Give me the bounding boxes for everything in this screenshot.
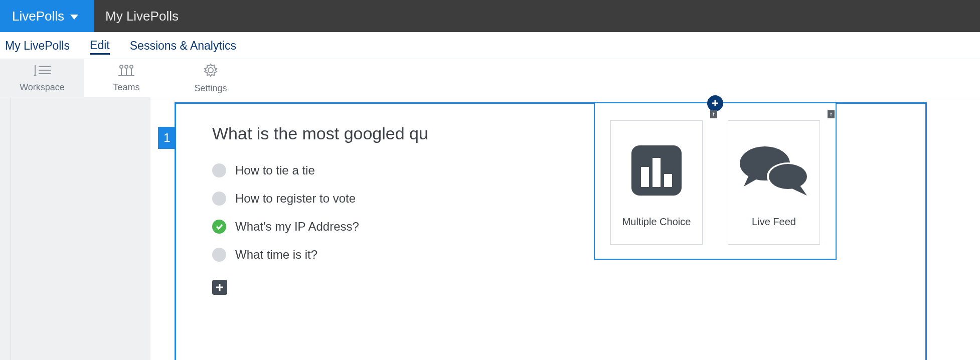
- thumbnail-column: [11, 97, 150, 360]
- corner-tag: t: [828, 110, 835, 118]
- type-card-label: Live Feed: [752, 216, 796, 228]
- workspace: 1 What is the most googled qu How to tie…: [0, 97, 980, 360]
- svg-rect-19: [664, 174, 672, 187]
- toolbar-workspace[interactable]: Workspace: [0, 59, 84, 97]
- svg-point-22: [769, 164, 807, 189]
- type-card-label: Multiple Choice: [622, 216, 691, 228]
- toolbar: Workspace Teams Settings: [0, 59, 980, 97]
- subnav-my-livepolls[interactable]: My LivePolls: [5, 37, 70, 54]
- plus-circle-icon[interactable]: [707, 95, 723, 111]
- svg-rect-17: [641, 167, 649, 187]
- subnav: My LivePolls Edit Sessions & Analytics: [0, 32, 980, 59]
- check-circle-icon[interactable]: [212, 220, 226, 234]
- toolbar-label: Settings: [194, 83, 227, 94]
- corner-tag: t: [710, 110, 717, 118]
- type-card-multiple-choice[interactable]: Multiple Choice: [610, 120, 703, 245]
- radio-icon[interactable]: [212, 163, 226, 177]
- toolbar-label: Teams: [113, 82, 139, 93]
- canvas: 1 What is the most googled qu How to tie…: [150, 97, 980, 360]
- option-text: What time is it?: [235, 248, 317, 262]
- teams-icon: [116, 64, 136, 79]
- toolbar-label: Workspace: [20, 82, 65, 93]
- chat-icon: [734, 138, 814, 203]
- option-text: How to tie a tie: [235, 163, 315, 177]
- header-bar: LivePolls My LivePolls: [0, 0, 980, 32]
- subnav-edit[interactable]: Edit: [90, 37, 110, 55]
- page-title: My LivePolls: [94, 0, 179, 32]
- question-number: 1: [158, 127, 176, 149]
- toolbar-settings[interactable]: Settings: [169, 59, 253, 97]
- subnav-sessions-analytics[interactable]: Sessions & Analytics: [130, 37, 236, 54]
- brand-dropdown[interactable]: LivePolls: [0, 0, 94, 32]
- type-card-live-feed[interactable]: Live Feed: [728, 120, 820, 245]
- add-question-popover: t t Multiple Choice: [594, 102, 837, 260]
- svg-point-4: [120, 65, 123, 68]
- settings-icon: [203, 63, 218, 80]
- option-text: How to register to vote: [235, 192, 356, 206]
- svg-point-6: [125, 65, 128, 68]
- svg-rect-18: [652, 158, 661, 187]
- add-option-button[interactable]: [212, 280, 227, 295]
- radio-icon[interactable]: [212, 192, 226, 206]
- workspace-icon: [33, 64, 52, 79]
- left-rail: [0, 97, 11, 360]
- brand-label: LivePolls: [12, 9, 64, 24]
- svg-point-11: [208, 68, 213, 73]
- caret-down-icon: [70, 15, 78, 20]
- svg-point-8: [130, 65, 133, 68]
- toolbar-teams[interactable]: Teams: [84, 59, 169, 97]
- bar-chart-icon: [629, 138, 684, 203]
- option-text: What's my IP Address?: [235, 220, 359, 234]
- radio-icon[interactable]: [212, 248, 226, 262]
